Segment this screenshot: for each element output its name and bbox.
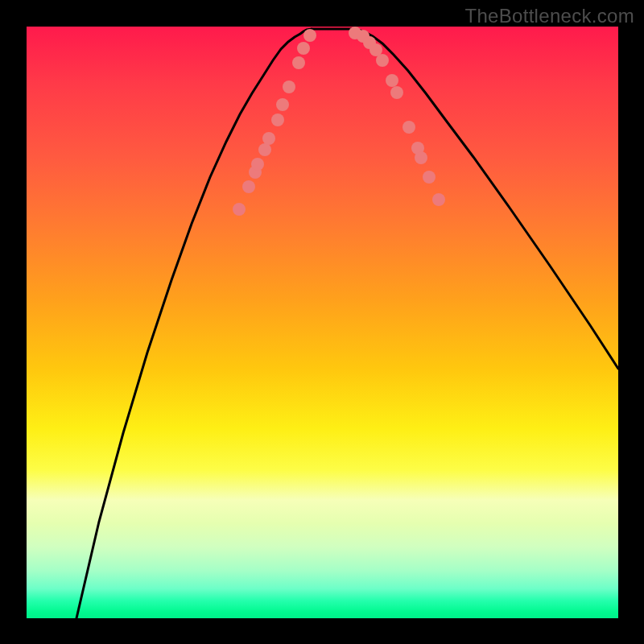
- marker-dot: [390, 86, 403, 99]
- marker-dot: [415, 151, 427, 164]
- marker-dot: [402, 121, 415, 134]
- marker-dot: [242, 180, 255, 193]
- marker-dot: [258, 143, 271, 156]
- marker-dot: [262, 132, 275, 145]
- marker-dot: [251, 158, 264, 171]
- gradient-plot-area: [27, 27, 618, 618]
- marker-dot: [283, 80, 295, 93]
- marker-dot: [432, 193, 445, 206]
- watermark-text: TheBottleneck.com: [464, 5, 634, 27]
- outer-frame: TheBottleneck.com: [0, 0, 644, 644]
- marker-dot: [276, 98, 289, 111]
- marker-dots: [233, 27, 445, 216]
- bottleneck-curves: [76, 29, 618, 618]
- marker-dot: [423, 171, 436, 184]
- marker-dot: [292, 56, 305, 69]
- marker-dot: [386, 74, 398, 87]
- marker-dot: [233, 203, 246, 216]
- marker-dot: [297, 42, 310, 55]
- marker-dot: [303, 29, 316, 42]
- marker-dot: [271, 114, 284, 126]
- marker-dot: [376, 54, 389, 67]
- chart-overlay: [27, 27, 618, 618]
